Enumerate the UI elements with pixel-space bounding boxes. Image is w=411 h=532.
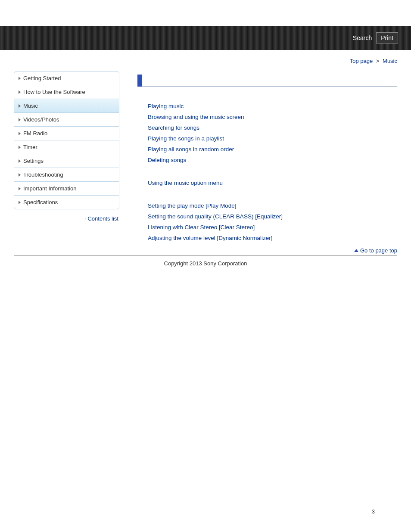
link-group-3: Setting the play mode [Play Mode] Settin… (137, 201, 397, 244)
go-to-top-label: Go to page top (360, 247, 397, 254)
chevron-right-icon (19, 173, 21, 177)
sidebar-item-label: Videos/Photos (23, 116, 59, 123)
link-group-1: Playing music Browsing and using the mus… (137, 101, 397, 166)
sidebar-item-music[interactable]: Music (14, 99, 119, 113)
sidebar-item-label: How to Use the Software (23, 89, 85, 95)
sidebar-item-label: Getting Started (23, 75, 61, 81)
arrow-right-icon: → (81, 215, 87, 222)
sidebar-item-label: Troubleshooting (23, 171, 63, 178)
content-link[interactable]: Adjusting the volume level [Dynamic Norm… (148, 235, 273, 241)
chevron-right-icon (19, 201, 21, 204)
sidebar-item-getting-started[interactable]: Getting Started (14, 72, 119, 85)
sidebar-item-label: Settings (23, 158, 44, 164)
contents-list-link[interactable]: →Contents list (81, 215, 118, 222)
sidebar-item-videos-photos[interactable]: Videos/Photos (14, 113, 119, 127)
content-link[interactable]: Listening with Clear Stereo [Clear Stere… (148, 224, 255, 230)
sidebar-item-specifications[interactable]: Specifications (14, 196, 119, 209)
chevron-right-icon (19, 90, 21, 94)
chevron-right-icon (19, 118, 21, 121)
chevron-right-icon (19, 146, 21, 149)
sidebar-item-timer[interactable]: Timer (14, 140, 119, 154)
breadcrumb-current: Music (383, 58, 397, 64)
top-bar: Search Print (0, 26, 411, 50)
chevron-right-icon (19, 77, 21, 80)
print-button[interactable]: Print (376, 32, 398, 44)
copyright-text: Copyright 2013 Sony Corporation (14, 256, 397, 267)
sidebar-item-label: Important Information (23, 185, 77, 192)
go-to-top-link[interactable]: Go to page top (354, 247, 397, 254)
breadcrumb-sep: > (376, 58, 380, 64)
triangle-up-icon (354, 249, 358, 252)
content-link[interactable]: Setting the sound quality (CLEAR BASS) [… (148, 213, 283, 220)
chevron-right-icon (19, 104, 21, 108)
content-link[interactable]: Browsing and using the music screen (148, 114, 244, 120)
sidebar-item-important-information[interactable]: Important Information (14, 182, 119, 196)
sidebar-nav: Getting Started How to Use the Software … (14, 71, 119, 209)
content-link[interactable]: Playing all songs in random order (148, 146, 234, 152)
chevron-right-icon (19, 132, 21, 135)
chevron-right-icon (19, 159, 21, 163)
sidebar-item-settings[interactable]: Settings (14, 154, 119, 168)
contents-list-label: Contents list (87, 215, 118, 222)
heading-marker-icon (137, 75, 142, 87)
sidebar-item-fm-radio[interactable]: FM Radio (14, 127, 119, 140)
sidebar-item-label: FM Radio (23, 130, 47, 137)
breadcrumb: Top page > Music (14, 58, 397, 64)
content-link[interactable]: Playing the songs in a playlist (148, 135, 224, 142)
breadcrumb-top-link[interactable]: Top page (350, 58, 373, 64)
sidebar-item-label: Timer (23, 144, 37, 150)
sidebar-item-label: Specifications (23, 199, 58, 205)
content-link[interactable]: Playing music (148, 103, 184, 109)
sidebar-item-label: Music (23, 103, 38, 109)
content-link[interactable]: Deleting songs (148, 157, 186, 163)
sidebar-item-how-to-use-software[interactable]: How to Use the Software (14, 85, 119, 99)
section-heading (137, 71, 397, 87)
chevron-right-icon (19, 187, 21, 190)
content-link[interactable]: Using the music option menu (148, 180, 223, 186)
sidebar-item-troubleshooting[interactable]: Troubleshooting (14, 168, 119, 182)
link-group-2: Using the music option menu (137, 178, 397, 189)
search-link[interactable]: Search (353, 34, 372, 41)
content-link[interactable]: Setting the play mode [Play Mode] (148, 202, 237, 209)
content-link[interactable]: Searching for songs (148, 124, 199, 131)
